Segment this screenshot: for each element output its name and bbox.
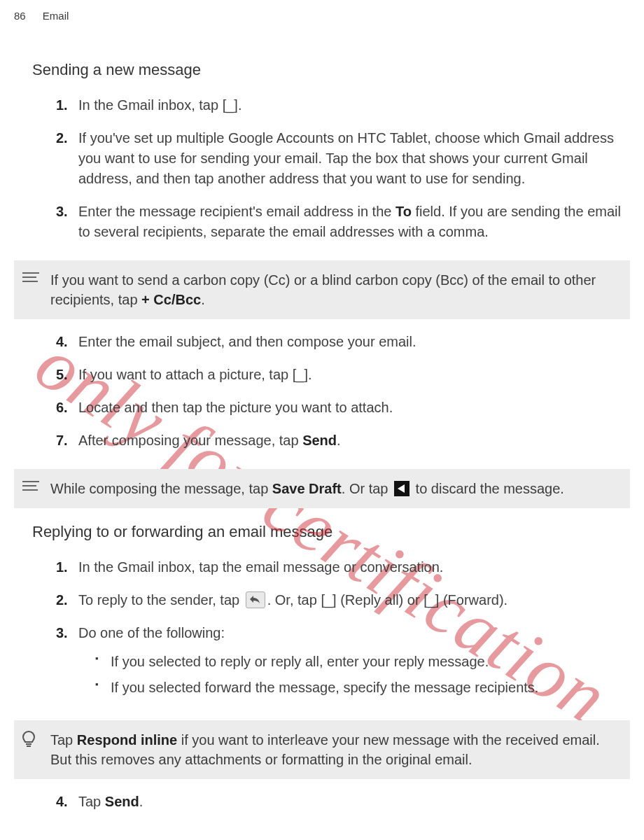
step-text: . (139, 794, 144, 809)
step-text: (Reply all) or (337, 592, 424, 608)
note-text: . Or tap (342, 481, 392, 496)
note-bold: + Cc/Bcc (141, 292, 201, 307)
step-3: 3. Enter the message recipient's email a… (56, 202, 623, 255)
sub-text: If you selected to reply or reply all, e… (111, 654, 489, 669)
sending-steps: 1. In the Gmail inbox, tap [_]. 2. If yo… (56, 95, 623, 255)
note-bold: Respond inline (77, 732, 177, 748)
step-text: . (337, 433, 341, 448)
note-cc-bcc: If you want to send a carbon copy (Cc) o… (14, 260, 630, 319)
step-number: 4. (56, 332, 68, 352)
step-number: 2. (56, 590, 68, 610)
sub-text: If you selected forward the message, spe… (111, 680, 538, 695)
step-text: Tap (78, 794, 105, 809)
sub-list: If you selected to reply or reply all, e… (78, 643, 623, 702)
step-text: . (308, 367, 312, 382)
step-6: 6. Locate and then tap the picture you w… (56, 398, 623, 430)
step-text: Enter the message recipient's email addr… (78, 204, 396, 219)
placeholder-icon: [_] (321, 592, 336, 608)
sending-steps-cont: 4. Enter the email subject, and then com… (56, 332, 623, 463)
step-text: In the Gmail inbox, tap (78, 97, 223, 113)
header-section: Email (43, 10, 69, 22)
heading-sending: Sending a new message (32, 59, 630, 81)
step-text: Enter the email subject, and then compos… (78, 334, 416, 349)
replying-steps-cont: 4. Tap Send. (56, 792, 623, 825)
note-respond-inline: Tap Respond inline if you want to interl… (14, 720, 630, 779)
placeholder-icon: [_] (293, 367, 308, 382)
step-number: 3. (56, 202, 68, 222)
step-text: If you want to attach a picture, tap (78, 367, 293, 382)
tip-icon (21, 730, 36, 748)
step-number: 5. (56, 365, 68, 385)
step-text: After composing your message, tap (78, 433, 302, 448)
replying-steps: 1. In the Gmail inbox, tap the email mes… (56, 557, 623, 715)
step-text: . Or, tap (267, 592, 321, 608)
note-text: Tap (50, 732, 77, 748)
running-header: 86 Email (14, 8, 630, 24)
note-icon (21, 270, 41, 284)
step-7: 7. After composing your message, tap Sen… (56, 430, 623, 463)
step-number: 1. (56, 557, 68, 578)
step-2: 2. If you've set up multiple Google Acco… (56, 128, 623, 202)
step-number: 7. (56, 430, 68, 451)
note-bold: Save Draft (272, 481, 342, 496)
step-r4: 4. Tap Send. (56, 792, 623, 825)
placeholder-icon: [_] (223, 97, 238, 113)
note-text: . (201, 292, 205, 307)
page-number: 86 (14, 8, 26, 24)
step-number: 6. (56, 398, 68, 418)
step-text: To reply to the sender, tap (78, 592, 244, 608)
step-text: (Forward). (439, 592, 507, 608)
note-icon (21, 479, 41, 493)
note-text: to discard the message. (412, 481, 564, 496)
step-bold: Send (302, 433, 337, 448)
placeholder-icon: [_] (424, 592, 439, 608)
step-1: 1. In the Gmail inbox, tap [_]. (56, 95, 623, 128)
note-save-draft: While composing the message, tap Save Dr… (14, 469, 630, 508)
step-text: Do one of the following: (78, 625, 225, 640)
sub-item: If you selected forward the message, spe… (95, 676, 623, 702)
step-number: 2. (56, 128, 68, 148)
step-r3: 3. Do one of the following: If you selec… (56, 623, 623, 715)
note-text: If you want to send a carbon copy (Cc) o… (50, 272, 596, 307)
step-number: 1. (56, 95, 68, 115)
step-5: 5. If you want to attach a picture, tap … (56, 365, 623, 398)
sub-item: If you selected to reply or reply all, e… (95, 650, 623, 676)
step-number: 3. (56, 623, 68, 643)
reply-icon (246, 592, 265, 608)
back-icon (394, 481, 410, 496)
step-text: Locate and then tap the picture you want… (78, 400, 393, 415)
note-text: While composing the message, tap (50, 481, 272, 496)
heading-replying: Replying to or forwarding an email messa… (32, 521, 630, 543)
step-bold: Send (105, 794, 139, 809)
step-4: 4. Enter the email subject, and then com… (56, 332, 623, 365)
step-text: . (238, 97, 242, 113)
step-number: 4. (56, 792, 68, 812)
step-bold: To (396, 204, 412, 219)
step-r2: 2. To reply to the sender, tap . Or, tap… (56, 590, 623, 623)
step-r1: 1. In the Gmail inbox, tap the email mes… (56, 557, 623, 590)
step-text: In the Gmail inbox, tap the email messag… (78, 559, 443, 575)
step-text: If you've set up multiple Google Account… (78, 130, 614, 186)
